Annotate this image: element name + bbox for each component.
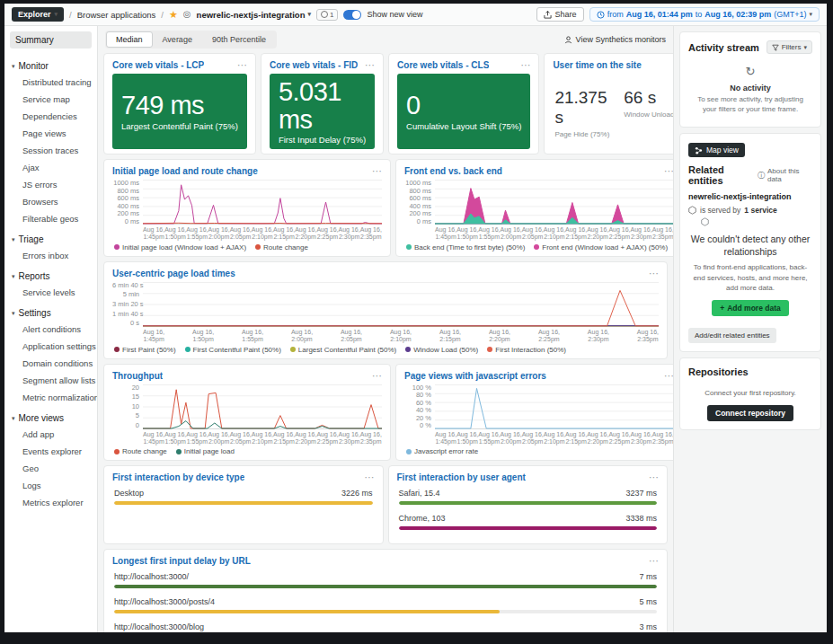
legend-item[interactable]: Back end (Time to first byte) (50%) [406,243,525,251]
tab-90th-percentile[interactable]: 90th Percentile [202,31,276,48]
sidebar-item-service-map[interactable]: Service map [4,91,97,108]
sidebar-item-metric-normalization[interactable]: Metric normalization [4,389,97,406]
sidebar-item-application-settings[interactable]: Application settings [4,338,97,355]
sidebar-item-add-app[interactable]: Add app [4,426,97,443]
tab-average[interactable]: Average [153,31,202,48]
refresh-icon[interactable]: ↻ [746,65,756,78]
x-tick-label: Aug 16,2:00pm [291,329,313,344]
chart-title[interactable]: Core web vitals - LCP [112,60,204,70]
entity-selector[interactable]: newrelic-nextjs-integration ▾ [197,10,311,20]
connect-repository-button[interactable]: Connect repository [707,405,793,421]
about-this-data-link[interactable]: ⓘ About this data [758,167,812,183]
sidebar-item-ajax[interactable]: Ajax [4,159,97,176]
sidebar-section-more-views[interactable]: ▾More views [4,406,97,426]
tab-median[interactable]: Median [106,31,153,48]
chart-title[interactable]: Longest first input delay by URL [112,556,251,566]
chart-title[interactable]: Core web vitals - FID [270,60,358,70]
card-menu-icon[interactable]: ⋯ [664,371,673,381]
sidebar-section-settings[interactable]: ▾Settings [4,301,97,321]
legend-item[interactable]: First Interaction (50%) [487,346,566,354]
card-menu-icon[interactable]: ⋯ [649,269,659,278]
legend-item[interactable]: Javascript error rate [406,447,478,455]
bar-label: Safari, 15.4 [399,489,440,498]
sidebar-section-label: More views [19,413,65,423]
card-menu-icon[interactable]: ⋯ [372,166,382,176]
x-tick-label: Aug 16,2:05pm [522,431,544,446]
sidebar-item-service-levels[interactable]: Service levels [4,284,97,301]
sidebar-item-errors-inbox[interactable]: Errors inbox [4,247,97,264]
x-tick-label: Aug 16,1:50pm [456,431,478,446]
sidebar-section-triage[interactable]: ▾Triage [4,227,97,247]
chart-title[interactable]: Core web vitals - CLS [397,60,489,70]
sidebar-item-events-explorer[interactable]: Events explorer [4,443,97,460]
sidebar-item-js-errors[interactable]: JS errors [4,176,97,193]
legend-item[interactable]: Largest Contentful Paint (50%) [290,346,396,354]
filters-button[interactable]: Filters ▾ [767,40,812,54]
chart-title[interactable]: User time on the site [553,60,641,70]
y-tick-label: 40 % [404,407,431,414]
card-menu-icon[interactable]: ⋯ [365,60,375,70]
card-menu-icon[interactable]: ⋯ [649,556,659,566]
x-tick-label: Aug 16,2:30pm [631,226,652,242]
explorer-button[interactable]: Explorer ▾ [12,7,64,22]
related-entity-name[interactable]: newrelic-nextjs-integration [688,192,812,201]
sidebar-item-session-traces[interactable]: Session traces [4,142,97,159]
card-menu-icon[interactable]: ⋯ [365,472,375,482]
chart-title[interactable]: First interaction by device type [112,472,244,482]
sidebar-item-logs[interactable]: Logs [4,477,97,494]
x-tick-label: Aug 16,2:05pm [230,226,252,242]
sidebar-item-metrics-explorer[interactable]: Metrics explorer [4,494,97,511]
chart-legend: First Paint (50%)First Contentful Paint … [114,346,659,354]
legend-item[interactable]: Initial page load (Window load + AJAX) [114,243,246,251]
card-menu-icon[interactable]: ⋯ [520,60,530,70]
legend-item[interactable]: Initial page load [176,447,235,455]
legend-item[interactable]: Front end (Window load + AJAX) (50%) [534,243,668,251]
chart-title[interactable]: Throughput [112,371,163,381]
breadcrumb-browser-applications[interactable]: Browser applications [77,10,156,20]
add-edit-related-entities-button[interactable]: Add/edit related entities [688,328,776,343]
chart-card-front-end-vs-back-end: Front end vs. back end⋯1000 ms800 ms600 … [395,159,673,257]
bar-track [114,610,657,613]
favorite-star-icon[interactable]: ★ [169,10,178,20]
legend-item[interactable]: Route change [255,243,308,251]
entity-count-badge[interactable]: 1 [316,9,338,21]
sidebar-item-distributed-tracing[interactable]: Distributed tracing [4,74,97,91]
share-button[interactable]: Share [536,7,584,22]
time-range-picker[interactable]: from Aug 16, 01:44 pm to Aug 16, 02:39 p… [589,7,820,22]
chart-title[interactable]: First interaction by user agent [397,472,526,482]
card-menu-icon[interactable]: ⋯ [372,371,382,381]
view-synthetics-link[interactable]: View Synthetics monitors [564,35,666,44]
sidebar-item-segment-allow-lists[interactable]: Segment allow lists [4,372,97,389]
chart-title[interactable]: User-centric page load times [112,269,235,278]
card-menu-icon[interactable]: ⋯ [664,166,673,176]
chart-legend: Javascript error rate [406,447,673,455]
sidebar-item-browsers[interactable]: Browsers [4,193,97,210]
sidebar-item-geo[interactable]: Geo [4,460,97,477]
legend-item[interactable]: Route change [114,447,167,455]
service-entity-icon[interactable] [701,217,812,226]
info-icon: ⓘ [758,171,765,181]
x-tick-label: Aug 16,2:20pm [587,226,608,242]
chart-title[interactable]: Initial page load and route change [112,166,258,176]
add-more-data-button[interactable]: + Add more data [712,300,788,316]
chart-title[interactable]: Front end vs. back end [404,166,502,176]
y-tick-label: 400 ms [404,203,431,210]
sidebar-item-alert-conditions[interactable]: Alert conditions [4,321,97,338]
sidebar-item-page-views[interactable]: Page views [4,125,97,142]
chart-title[interactable]: Page views with javascript errors [404,371,546,381]
legend-item[interactable]: Window Load (50%) [405,346,478,354]
sidebar-item-domain-conditions[interactable]: Domain conditions [4,355,97,372]
card-menu-icon[interactable]: ⋯ [237,60,247,70]
sidebar-item-dependencies[interactable]: Dependencies [4,108,97,125]
legend-item[interactable]: First Paint (50%) [114,346,176,354]
sidebar-section-monitor[interactable]: ▾Monitor [4,54,97,74]
sidebar-item-summary[interactable]: Summary [10,31,92,49]
map-view-button[interactable]: Map view [688,143,745,157]
show-new-view-toggle[interactable] [343,10,361,20]
legend-item[interactable]: First Contentful Paint (50%) [185,346,281,354]
served-by-count[interactable]: 1 service [744,206,776,215]
sidebar-item-filterable-geos[interactable]: Filterable geos [4,210,97,227]
card-menu-icon[interactable]: ⋯ [649,472,659,482]
sidebar-section-reports[interactable]: ▾Reports [4,264,97,284]
x-tick-label: Aug 16,1:45pm [435,226,456,242]
